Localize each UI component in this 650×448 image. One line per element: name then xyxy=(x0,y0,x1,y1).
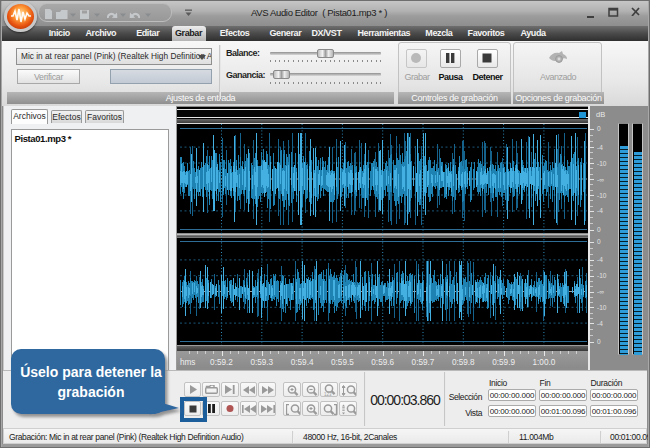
svg-text:123: 123 xyxy=(324,392,332,397)
